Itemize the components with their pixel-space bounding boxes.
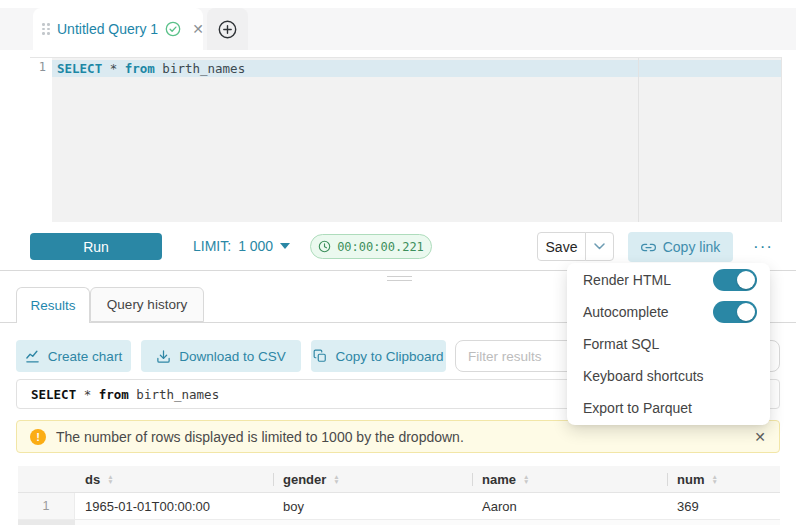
- caret-down-icon: [280, 243, 290, 249]
- drag-handle-icon[interactable]: [42, 23, 50, 35]
- editor-code-line: SELECT * from birth_names: [57, 60, 245, 77]
- column-label: num: [677, 472, 704, 487]
- cell-gender: boy: [273, 493, 472, 519]
- sort-icon[interactable]: ▲▼: [333, 474, 339, 485]
- download-icon: [156, 349, 171, 364]
- line-number: 1: [39, 60, 46, 74]
- clock-icon: [318, 240, 331, 253]
- alert-message: The number of rows displayed is limited …: [56, 429, 464, 445]
- tab-title: Untitled Query 1: [57, 21, 158, 37]
- sql-operator: *: [102, 61, 125, 76]
- row-index-header: [18, 466, 75, 492]
- tab-untitled-query[interactable]: Untitled Query 1 ✕: [33, 8, 203, 50]
- menu-item-export-parquet[interactable]: Export to Parquet: [567, 392, 770, 424]
- create-chart-label: Create chart: [48, 349, 122, 364]
- table-row: 1 1965-01-01T00:00:00 boy Aaron 369: [18, 493, 780, 520]
- column-header-name[interactable]: name ▲▼: [472, 466, 667, 492]
- sql-keyword: SELECT: [31, 387, 76, 402]
- copy-icon: [313, 349, 327, 363]
- column-divider: [667, 473, 668, 486]
- column-header-ds[interactable]: ds ▲▼: [75, 466, 273, 492]
- download-csv-label: Download to CSV: [179, 349, 286, 364]
- menu-item-render-html[interactable]: Render HTML: [567, 264, 770, 296]
- column-header-gender[interactable]: gender ▲▼: [273, 466, 472, 492]
- menu-item-label: Render HTML: [583, 272, 671, 288]
- menu-item-keyboard-shortcuts[interactable]: Keyboard shortcuts: [567, 360, 770, 392]
- toggle-knob: [737, 271, 755, 289]
- chart-icon: [25, 349, 40, 364]
- column-label: ds: [85, 472, 100, 487]
- column-header-num[interactable]: num ▲▼: [667, 466, 780, 492]
- column-divider: [472, 473, 473, 486]
- sql-keyword: from: [99, 387, 129, 402]
- menu-item-label: Keyboard shortcuts: [583, 368, 704, 384]
- render-html-toggle[interactable]: [713, 269, 757, 291]
- menu-item-label: Export to Parquet: [583, 400, 692, 416]
- more-options-menu: Render HTML Autocomplete Format SQL Keyb…: [567, 263, 770, 425]
- query-tab-bar: Untitled Query 1 ✕: [0, 8, 796, 50]
- link-icon: [641, 240, 656, 255]
- column-divider: [273, 473, 274, 486]
- more-menu-button[interactable]: ···: [748, 232, 778, 262]
- copy-clipboard-button[interactable]: Copy to Clipboard: [311, 340, 446, 372]
- sql-operator: *: [76, 387, 99, 402]
- plus-circle-icon: [218, 20, 237, 39]
- chevron-down-icon: [594, 243, 605, 250]
- copy-link-button[interactable]: Copy link: [628, 232, 733, 262]
- copy-clipboard-label: Copy to Clipboard: [335, 349, 443, 364]
- menu-item-format-sql[interactable]: Format SQL: [567, 328, 770, 360]
- save-dropdown-button[interactable]: [585, 232, 614, 261]
- limit-value: 1 000: [238, 238, 273, 254]
- run-button[interactable]: Run: [30, 233, 162, 260]
- sort-icon[interactable]: ▲▼: [107, 474, 113, 485]
- tab-results[interactable]: Results: [16, 287, 90, 323]
- alert-close-icon[interactable]: ✕: [754, 429, 766, 445]
- cell-name: Aaron: [472, 493, 667, 519]
- sql-table-name: birth_names: [155, 61, 245, 76]
- limit-dropdown[interactable]: LIMIT: 1 000: [193, 222, 290, 270]
- query-timer-badge: 00:00:00.221: [310, 234, 432, 259]
- tab-query-history[interactable]: Query history: [90, 287, 204, 322]
- sort-icon[interactable]: ▲▼: [711, 474, 717, 485]
- save-button[interactable]: Save: [537, 232, 586, 261]
- pane-resize-handle[interactable]: [387, 276, 412, 284]
- elapsed-time: 00:00:00.221: [337, 240, 424, 254]
- table-header-row: ds ▲▼ gender ▲▼ name ▲▼ num ▲▼: [18, 466, 780, 493]
- table-row-partial: [18, 520, 780, 525]
- create-chart-button[interactable]: Create chart: [16, 340, 131, 372]
- editor-print-margin: [638, 58, 639, 222]
- close-tab-icon[interactable]: ✕: [192, 21, 204, 37]
- new-tab-button[interactable]: [207, 8, 248, 50]
- query-success-icon: [165, 21, 181, 37]
- copy-link-label: Copy link: [663, 239, 721, 255]
- column-label: name: [482, 472, 516, 487]
- sql-lab-screen: Untitled Query 1 ✕ 1 SELECT * from birth…: [0, 0, 796, 526]
- cell-num: 369: [667, 493, 780, 519]
- editor-gutter: 1: [30, 58, 52, 222]
- limit-label: LIMIT:: [193, 238, 231, 254]
- row-index-cell: 1: [18, 493, 75, 519]
- toggle-knob: [737, 303, 755, 321]
- results-table: ds ▲▼ gender ▲▼ name ▲▼ num ▲▼ 1 1965-01…: [18, 466, 780, 525]
- menu-item-label: Format SQL: [583, 336, 659, 352]
- menu-item-autocomplete[interactable]: Autocomplete: [567, 296, 770, 328]
- download-csv-button[interactable]: Download to CSV: [141, 340, 301, 372]
- warning-icon: !: [30, 429, 46, 445]
- sql-editor[interactable]: 1 SELECT * from birth_names: [30, 57, 782, 222]
- sql-table-name: birth_names: [129, 387, 219, 402]
- sql-keyword: from: [125, 61, 155, 76]
- menu-item-label: Autocomplete: [583, 304, 669, 320]
- sort-icon[interactable]: ▲▼: [523, 474, 529, 485]
- autocomplete-toggle[interactable]: [713, 301, 757, 323]
- cell-ds: 1965-01-01T00:00:00: [75, 493, 273, 519]
- sql-keyword: SELECT: [57, 61, 102, 76]
- column-label: gender: [283, 472, 326, 487]
